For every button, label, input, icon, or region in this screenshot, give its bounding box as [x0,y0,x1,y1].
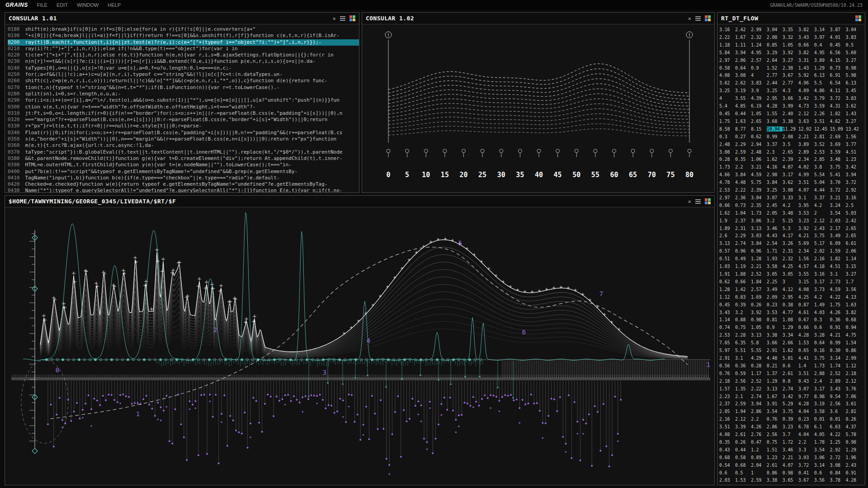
code-line: 0430Name("*"):typeof e.querySelectorAll!… [8,188,359,192]
svg-text:40: 40 [535,171,543,179]
panel-consular-102: CONSULAR 1.02 ✕ 051015202530354045505560… [362,12,715,193]
panel-title: RT_DT_FLOW [721,15,758,22]
tiles-icon[interactable] [705,15,711,21]
code-line: 0190"+s[0]]){f=a;break}l||(l=a)}f=f||l}i… [8,33,359,39]
code-line: 0220t)c(e+"["+i+"]",t[i],n,r);else r(e,t… [8,52,359,58]
svg-text:0: 0 [386,171,390,179]
table-row: 1.14 0.88 0.98 0.81 1.08 0.67 0.3 0.36 0… [719,316,863,324]
menu-item-help[interactable]: HELP [108,2,121,8]
tiles-icon[interactable] [855,15,861,21]
svg-text:2: 2 [213,326,217,333]
code-line: 0370taType:"script"}):B.globalEval((t.te… [8,149,359,155]
code-line: 0420Checked=e.checked}function w(e){retu… [8,181,359,188]
table-row: 0.66 0.73 2.35 2.45 4.2 3.95 4.2 3.24 2.… [719,202,863,210]
svg-text:60: 60 [610,171,618,179]
window-controls: ✕ [688,15,711,21]
table-row: 0.45 0.39 0.26 0.23 0.38 0.87 1.49 1.75 … [719,301,863,309]
table-row: 1.62 1.04 1.73 2.05 3.48 3.53 2 3.54 5.0… [719,210,863,217]
svg-text:35: 35 [516,171,524,179]
code-line: 0350s(e,"border"+i[s]+"Width"))||0),n===… [8,136,359,142]
table-row: 1.73 2.2 3.21 4.16 4.87 4.02 3.8 3.75 3.… [719,164,863,171]
code-line: 0340Float(r)||0;if(n)for(;s<o;s++)r+=par… [8,130,359,136]
table-row: 0.28 0.35 1.06 1.62 2.39 2.34 2.85 3.48 … [719,156,863,164]
tiles-icon[interactable] [705,198,711,204]
panel-title: CONSULAR 1.02 [366,15,414,22]
table-row: 1.57 1.35 2.22 3.13 2.74 3.07 3.17 3.43 … [719,385,863,393]
window-controls: ✕ [333,15,355,21]
table-row: 0.57 0.96 0.96 1.71 2.31 2.34 2.02 1.59 … [719,248,863,255]
ridgeline-chart-area: 05101520253035404550556065707580 [362,24,714,192]
svg-text:45: 45 [554,171,562,179]
titlebar: CONSULAR 1.01 ✕ [5,13,359,24]
menu-item-file[interactable]: FILE [37,2,47,8]
titlebar: RT_DT_FLOW [717,13,865,24]
svg-text:30: 30 [497,171,505,179]
app-logo: GRAINS [5,2,28,8]
table-row: 0.58 0.64 0.9 1.52 2.38 1.43 1.29 0.73 0… [719,65,863,72]
svg-text:4: 4 [367,337,370,344]
table-row: 1.28 1.42 2.57 3.49 4.12 4.08 3.73 4.59 … [719,286,863,294]
table-row: 2.05 1.94 2.86 3.54 3.75 4.04 3.58 3.6 2… [719,408,863,416]
code-line: 0240taTypes[0],o=o||{},o[s]=!0;var u=e[s… [8,65,359,71]
code-editor[interactable]: 0180shift(e);break}if(s[0]in r)f=s[0];el… [5,24,359,192]
svg-text:70: 70 [648,171,656,179]
menu-item-edit[interactable]: EDIT [57,2,68,8]
code-line: 0390HTML=e.outerHTML,t.firstChild}functi… [8,162,359,168]
session-status: GRANULAR/SWARM/USER#98508/10.24.23 [770,3,863,8]
tiles-icon[interactable] [349,15,355,21]
table-row: 3.16 2.42 2.99 3.04 3.35 3.82 3.14 3.87 … [719,26,863,34]
table-row: 2.91 3.1 4.29 4.48 5.01 4.41 3.75 3.14 2… [719,355,863,362]
close-icon[interactable]: ✕ [333,16,336,21]
table-row: 0.51 0.49 1.28 1.93 2.32 1.56 2.16 1.82 … [719,255,863,263]
svg-text:10: 10 [422,171,430,179]
menu-icon[interactable] [695,199,701,204]
window-controls [855,15,861,21]
code-line: 0380&&t.parentNode.removeChild(t)}functi… [8,155,359,162]
svg-text:65: 65 [629,171,637,179]
code-line: 0290for(;i<s;i++)o=r[i],a=/^\+/.test(o),… [8,97,359,103]
table-row: 1.18 1.11 1.24 0.85 1.05 0.66 0.4 0.45 0… [719,42,863,49]
table-row: 2.18 2.56 2.52 1.29 0.8 0.43 2.4 2.89 2.… [719,378,863,385]
code-line: 0310jt:Ft,s=0,o=i.length;if(r>0){if(n!==… [8,110,359,117]
table-row: 4.08 3.08 4 2.77 3.67 5.92 6.13 6.91 5.9… [719,72,863,80]
svg-text:6: 6 [522,328,526,336]
close-icon[interactable]: ✕ [688,16,691,21]
svg-text:5: 5 [458,239,462,247]
menu-icon[interactable] [340,16,345,21]
table-row: 3.25 3.19 3.9 3.25 4.3 4.09 4.86 4.11 3.… [719,87,863,95]
window-controls: ✕ [688,198,711,204]
table-row: 5.4 4.85 6.19 4.28 3.99 4.73 3.59 4.31 3… [719,103,863,110]
table-row: 2.16 2.12 2.2 0.76 0.39 0.23 0.01 0.01 0… [719,416,863,423]
svg-text:25: 25 [478,171,486,179]
table-row: 1.75 1.63 2.65 3.68 3.38 3.63 3.51 4.62 … [719,118,863,126]
code-line: 0330r+"px"}r=lt(e,t,t);if(r<0||r==null)r… [8,123,359,129]
table-row: 3.13 2.74 3.84 2.54 3.26 5.69 5.17 6.09 … [719,240,863,248]
table-row: 8.58 8.77 8.15 10.94 11.29 12.02 12.45 1… [719,126,863,133]
svg-text:5: 5 [405,171,409,179]
table-row: 0.62 0.66 1.84 2.25 3 3.15 3.17 2.73 1.7 [719,278,863,286]
table-row: 0.43 0.44 1.2 1.51 3.46 3.3 3.54 2.92 1.… [719,446,863,454]
table-row: 3.62 2.62 3.83 2.44 2.77 4.96 5.5 6.54 6… [719,80,863,87]
table-row: 0.74 0.75 1.05 0.9 1.29 0.66 0.6 0.91 0.… [719,324,863,332]
menu-item-window[interactable]: WINDOW [77,2,99,8]
table-row: 2.22 1.67 2.32 2.08 3.32 3.43 3.97 4.01 … [719,34,863,42]
table-row: 7.65 6.35 5.8 3.66 2.66 1.53 0.64 0.99 1… [719,339,863,347]
table-row: 2.53 2.22 2.39 3.25 3.08 4.07 4.44 3.72 … [719,187,863,194]
panel-consular-101: CONSULAR 1.01 ✕ 0180shift(e);break}if(s[… [5,12,359,193]
menu-icon[interactable] [695,16,701,21]
table-row: 1.03 1.19 2.21 3.58 4.25 4.57 4.18 4.51 … [719,263,863,271]
table-row: 4.66 3.84 4.59 2.98 3.17 4.99 5.54 5.41 … [719,171,863,179]
panel-title: $HOME/TAWNYMINING/GEORGE_0345/LIVEDATA/$… [9,198,176,205]
close-icon[interactable]: ✕ [688,199,691,204]
table-row: 3.43 3.2 3.92 3.53 4.77 4.61 4.03 4.26 3… [719,309,863,317]
table-row: 2.23 2.1 2.74 1.67 3.42 9.77 8.98 9.54 7… [719,393,863,401]
table-row: 2.48 2.29 2.94 3.37 3.5 3.89 3.52 3.69 3… [719,141,863,149]
panel-title: CONSULAR 1.01 [9,15,57,22]
table-row: 3.08 2.59 2.48 2.3 2.65 2.89 2.53 3.59 4… [719,149,863,156]
menubar: GRAINS FILEEDITWINDOWHELP GRANULAR/SWARM… [0,0,868,10]
table-row: 4 3.55 4.39 2.95 3.66 3.42 3.79 3.72 3.8… [719,95,863,103]
table-row: 5.84 3.94 4.95 3.29 3.92 3.82 4.95 6.56 … [719,49,863,57]
menu-items: FILEEDITWINDOWHELP [37,2,121,8]
table-row: 5.97 5.51 5.55 2.91 1.62 0.65 0.16 0.30 … [719,347,863,355]
table-row: 2.6 2.29 3.03 4.43 4.17 4.21 3.75 3.49 2… [719,232,863,240]
